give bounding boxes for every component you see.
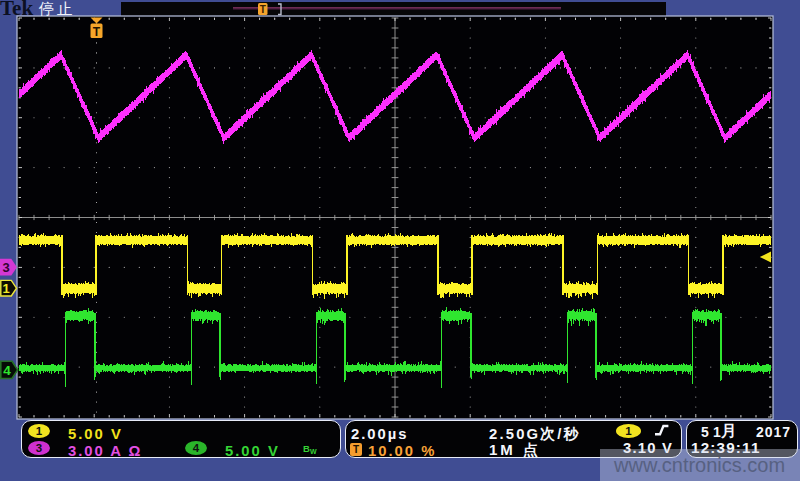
svg-text:T: T xyxy=(260,4,266,15)
svg-text:4: 4 xyxy=(3,363,11,378)
svg-text:T: T xyxy=(93,25,101,39)
svg-text:1: 1 xyxy=(2,281,9,296)
svg-text:3: 3 xyxy=(2,260,9,275)
